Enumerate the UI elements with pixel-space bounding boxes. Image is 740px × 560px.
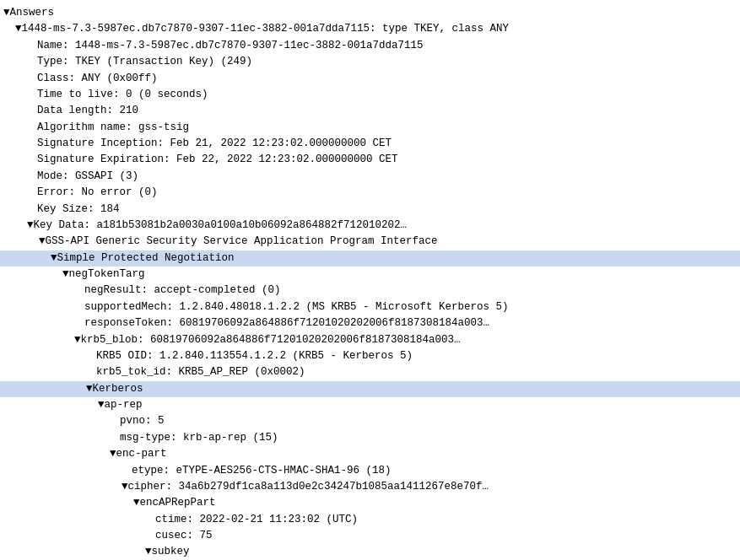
tree-node-label: Time to live: 0 (0 seconds) (37, 87, 208, 103)
tree-toggle[interactable]: ▼ (86, 381, 93, 397)
tree-node-label: Class: ANY (0x00ff) (37, 71, 158, 87)
tree-node-label: Data length: 210 (37, 103, 138, 119)
tree-line[interactable]: ▼ negTokenTarg (0, 267, 740, 283)
tree-node-label: Type: TKEY (Transaction Key) (249) (37, 54, 252, 70)
tree-node-label: msg-type: krb-ap-rep (15) (120, 430, 278, 446)
tree-node-label: cusec: 75 (155, 528, 213, 544)
tree-toggle[interactable]: ▼ (39, 234, 46, 250)
tree-node-label: negTokenTarg (69, 267, 145, 283)
tree-node-label: etype: eTYPE-AES256-CTS-HMAC-SHA1-96 (18… (132, 463, 392, 479)
tree-line[interactable]: ▼ enc-part (0, 446, 740, 462)
tree-toggle[interactable]: ▼ (3, 5, 10, 21)
tree-line[interactable]: ▼ Answers (0, 5, 740, 21)
tree-node-label: ctime: 2022-02-21 11:23:02 (UTC) (155, 512, 358, 528)
tree-node-label: KRB5 OID: 1.2.840.113554.1.2.2 (KRB5 - K… (96, 348, 413, 364)
tree-line: KRB5 OID: 1.2.840.113554.1.2.2 (KRB5 - K… (0, 348, 740, 364)
tree-node-label: Mode: GSSAPI (3) (37, 169, 138, 185)
tree-line[interactable]: ▼ krb5_blob: 60819706092a864886f71201020… (0, 332, 740, 348)
tree-line: ctime: 2022-02-21 11:23:02 (UTC) (0, 512, 740, 528)
tree-node-label: pvno: 5 (120, 413, 165, 429)
tree-toggle[interactable]: ▼ (133, 495, 140, 511)
tree-line: Error: No error (0) (0, 185, 740, 201)
tree-toggle[interactable]: ▼ (74, 332, 81, 348)
tree-toggle[interactable]: ▼ (110, 446, 116, 462)
tree-toggle[interactable]: ▼ (122, 479, 128, 495)
tree-node-label: enc-part (116, 446, 167, 462)
tree-node-label: Signature Expiration: Feb 22, 2022 12:23… (37, 152, 398, 168)
tree-node-label: Signature Inception: Feb 21, 2022 12:23:… (37, 136, 392, 152)
tree-node-label: Name: 1448-ms-7.3-5987ec.db7c7870-9307-1… (37, 38, 424, 54)
tree-line: cusec: 75 (0, 528, 740, 544)
tree-node-label: GSS-API Generic Security Service Applica… (46, 234, 438, 250)
tree-node-label: Key Size: 184 (37, 202, 120, 218)
tree-line: Type: TKEY (Transaction Key) (249) (0, 54, 740, 70)
tree-line: responseToken: 60819706092a864886f712010… (0, 315, 740, 331)
tree-line[interactable]: ▼ ap-rep (0, 397, 740, 413)
tree-node-label: Error: No error (0) (37, 185, 158, 201)
tree-line[interactable]: ▼ Key Data: a181b53081b2a0030a0100a10b06… (0, 218, 740, 234)
tree-node-label: ap-rep (105, 397, 143, 413)
tree-node-label: negResult: accept-completed (0) (84, 283, 281, 299)
tree-node-label: supportedMech: 1.2.840.48018.1.2.2 (MS K… (84, 299, 509, 315)
tree-line: pvno: 5 (0, 413, 740, 429)
tree-line: negResult: accept-completed (0) (0, 283, 740, 299)
tree-node-label: Simple Protected Negotiation (57, 250, 235, 267)
tree-toggle[interactable]: ▼ (145, 544, 152, 560)
tree-node-label: Answers (10, 5, 55, 21)
tree-node-label: Algorithm name: gss-tsig (37, 120, 189, 136)
tree-line: Signature Inception: Feb 21, 2022 12:23:… (0, 136, 740, 152)
tree-line[interactable]: ▼ GSS-API Generic Security Service Appli… (0, 234, 740, 250)
tree-line: etype: eTYPE-AES256-CTS-HMAC-SHA1-96 (18… (0, 463, 740, 479)
tree-node-label: responseToken: 60819706092a864886f712010… (84, 315, 489, 331)
tree-line: Mode: GSSAPI (3) (0, 169, 740, 185)
tree-toggle[interactable]: ▼ (15, 21, 22, 37)
tree-node-label: krb5_blob: 60819706092a864886f7120102020… (81, 332, 461, 348)
tree-line: Class: ANY (0x00ff) (0, 71, 740, 87)
tree-line[interactable]: ▼ subkey (0, 544, 740, 560)
tree-node-label: Key Data: a181b53081b2a0030a0100a10b0609… (34, 218, 408, 234)
tree-node-label: cipher: 34a6b279df1ca8a113d0e2c34247b108… (128, 479, 489, 495)
tree-toggle[interactable]: ▼ (98, 397, 105, 413)
tree-line: Time to live: 0 (0 seconds) (0, 87, 740, 103)
tree-line[interactable]: ▼ Kerberos (0, 381, 740, 397)
tree-line: krb5_tok_id: KRB5_AP_REP (0x0002) (0, 364, 740, 380)
tree-line[interactable]: ▼ cipher: 34a6b279df1ca8a113d0e2c34247b1… (0, 479, 740, 495)
tree-line[interactable]: ▼ Simple Protected Negotiation (0, 250, 740, 267)
tree-line: supportedMech: 1.2.840.48018.1.2.2 (MS K… (0, 299, 740, 315)
packet-tree: ▼ Answers▼ 1448-ms-7.3-5987ec.db7c7870-9… (0, 3, 740, 560)
tree-line: Data length: 210 (0, 103, 740, 119)
tree-toggle[interactable]: ▼ (62, 267, 69, 283)
tree-toggle[interactable]: ▼ (27, 218, 34, 234)
tree-node-label: encAPRepPart (140, 495, 216, 511)
tree-line: msg-type: krb-ap-rep (15) (0, 430, 740, 446)
tree-line: Signature Expiration: Feb 22, 2022 12:23… (0, 152, 740, 168)
tree-line: Key Size: 184 (0, 202, 740, 218)
tree-line[interactable]: ▼ encAPRepPart (0, 495, 740, 511)
tree-node-label: subkey (152, 544, 190, 560)
tree-line: Algorithm name: gss-tsig (0, 120, 740, 136)
tree-node-label: Kerberos (93, 381, 143, 397)
tree-toggle[interactable]: ▼ (51, 250, 57, 267)
tree-node-label: 1448-ms-7.3-5987ec.db7c7870-9307-11ec-38… (22, 21, 510, 37)
tree-line: Name: 1448-ms-7.3-5987ec.db7c7870-9307-1… (0, 38, 740, 54)
tree-line[interactable]: ▼ 1448-ms-7.3-5987ec.db7c7870-9307-11ec-… (0, 21, 740, 37)
tree-node-label: krb5_tok_id: KRB5_AP_REP (0x0002) (96, 364, 305, 380)
